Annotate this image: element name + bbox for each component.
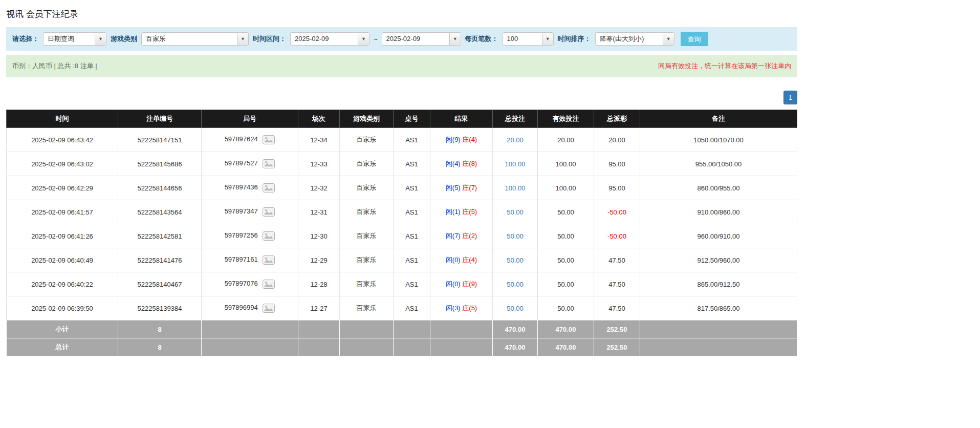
- cell-bet-id: 522258144656: [118, 176, 202, 200]
- cell-note: 912.50/960.00: [640, 248, 797, 272]
- result-banker: 庄(7): [462, 184, 477, 191]
- page-title: 视讯 会员下注纪录: [6, 8, 797, 20]
- round-id-text: 597897256: [225, 231, 258, 239]
- total-label: 总计: [7, 338, 118, 356]
- round-id-text: 597897076: [225, 280, 258, 287]
- result-player: 闲(0): [446, 256, 461, 264]
- cell-round-id: 597897624: [202, 128, 298, 152]
- cell-valid-bet: 100.00: [538, 176, 594, 200]
- round-image-icon[interactable]: [263, 255, 275, 265]
- result-player: 闲(0): [446, 280, 461, 288]
- cell-result: 闲(9) 庄(4): [430, 128, 493, 152]
- chevron-down-icon[interactable]: ▼: [237, 33, 248, 45]
- cell-time: 2025-02-09 06:43:42: [7, 128, 118, 152]
- table-row: 2025-02-09 06:42:29 522258144656 5978974…: [7, 176, 797, 200]
- cell-bet-id: 522258140467: [118, 272, 202, 296]
- cell-note: 860.00/955.00: [640, 176, 797, 200]
- result-banker: 庄(5): [462, 304, 477, 312]
- table-footer: 小计 8 470.00 470.00 252.50 总计 8: [7, 320, 797, 356]
- query-type-combobox[interactable]: 日期查询 ▼: [43, 32, 106, 46]
- cell-time: 2025-02-09 06:40:49: [7, 248, 118, 272]
- chevron-down-icon[interactable]: ▼: [663, 33, 674, 45]
- sort-combobox[interactable]: 降幂(由大到小) ▼: [595, 32, 674, 46]
- cell-session: 12-30: [298, 224, 340, 248]
- result-banker: 庄(8): [462, 160, 477, 167]
- total-row: 总计 8 470.00 470.00 252.50: [7, 338, 797, 356]
- empty-cell: [394, 320, 430, 338]
- total-bet-link[interactable]: 20.00: [507, 136, 524, 144]
- sort-label: 时间排序：: [558, 34, 591, 44]
- cell-session: 12-29: [298, 248, 340, 272]
- cell-session: 12-27: [298, 296, 340, 320]
- cell-game-type: 百家乐: [340, 200, 394, 224]
- header-result: 结果: [430, 110, 493, 128]
- page-size-combobox[interactable]: 100 ▼: [503, 32, 554, 46]
- cell-game-type: 百家乐: [340, 296, 394, 320]
- total-bet-link[interactable]: 50.00: [507, 281, 524, 288]
- total-total-bet: 470.00: [493, 338, 538, 356]
- filter-bar: 请选择： 日期查询 ▼ 游戏类别 百家乐 ▼ 时间区间： 2025-02-09 …: [6, 27, 797, 51]
- chevron-down-icon[interactable]: ▼: [449, 33, 461, 45]
- cell-payout: 95.00: [594, 152, 640, 176]
- cell-bet-id: 522258145686: [118, 152, 202, 176]
- cell-payout: 47.50: [594, 296, 640, 320]
- date-to-picker[interactable]: 2025-02-09 ▼: [382, 32, 461, 46]
- total-valid-bet: 470.00: [538, 338, 594, 356]
- cell-valid-bet: 20.00: [538, 128, 594, 152]
- cell-note: 817.50/865.00: [640, 296, 797, 320]
- cell-total-bet: 20.00: [493, 128, 538, 152]
- query-type-value: 日期查询: [43, 33, 95, 45]
- round-image-icon[interactable]: [263, 280, 275, 289]
- cell-session: 12-32: [298, 176, 340, 200]
- date-to-value: 2025-02-09: [382, 33, 449, 45]
- total-bet-link[interactable]: 100.00: [505, 160, 526, 168]
- empty-cell: [202, 320, 298, 338]
- game-type-label: 游戏类别: [111, 34, 137, 44]
- cell-round-id: 597897161: [202, 248, 298, 272]
- cell-time: 2025-02-09 06:43:02: [7, 152, 118, 176]
- round-image-icon[interactable]: [263, 183, 275, 192]
- round-image-icon[interactable]: [263, 231, 275, 241]
- table-row: 2025-02-09 06:43:42 522258147151 5978976…: [7, 128, 797, 152]
- chevron-down-icon[interactable]: ▼: [95, 33, 106, 45]
- total-bet-link[interactable]: 100.00: [505, 184, 526, 192]
- cell-note: 865.00/912.50: [640, 272, 797, 296]
- game-type-combobox[interactable]: 百家乐 ▼: [141, 32, 249, 46]
- table-row: 2025-02-09 06:41:57 522258143564 5978973…: [7, 200, 797, 224]
- game-type-value: 百家乐: [142, 33, 237, 45]
- cell-session: 12-34: [298, 128, 340, 152]
- result-player: 闲(7): [446, 232, 461, 240]
- cell-payout: 47.50: [594, 248, 640, 272]
- cell-game-type: 百家乐: [340, 152, 394, 176]
- pagination: 1: [6, 91, 797, 104]
- cell-bet-id: 522258147151: [118, 128, 202, 152]
- header-round-id: 局号: [202, 110, 298, 128]
- round-image-icon[interactable]: [263, 135, 275, 144]
- cell-payout: 47.50: [594, 272, 640, 296]
- date-from-picker[interactable]: 2025-02-09 ▼: [290, 32, 369, 46]
- total-bet-link[interactable]: 50.00: [507, 256, 524, 264]
- subtotal-total-bet: 470.00: [493, 320, 538, 338]
- total-bet-link[interactable]: 50.00: [507, 208, 524, 216]
- cell-result: 闲(5) 庄(7): [430, 176, 493, 200]
- subtotal-payout: 252.50: [594, 320, 640, 338]
- cell-payout: 20.00: [594, 128, 640, 152]
- total-bet-link[interactable]: 50.00: [507, 232, 524, 240]
- subtotal-label: 小计: [7, 320, 118, 338]
- chevron-down-icon[interactable]: ▼: [542, 33, 553, 45]
- pagination-page-1[interactable]: 1: [783, 91, 797, 104]
- cell-total-bet: 50.00: [493, 200, 538, 224]
- result-banker: 庄(2): [462, 232, 477, 240]
- search-button[interactable]: 查询: [681, 32, 708, 46]
- round-image-icon[interactable]: [263, 207, 275, 217]
- cell-bet-id: 522258142581: [118, 224, 202, 248]
- round-image-icon[interactable]: [263, 159, 275, 168]
- chevron-down-icon[interactable]: ▼: [358, 33, 369, 45]
- result-player: 闲(1): [446, 208, 461, 216]
- round-id-text: 597897161: [225, 255, 258, 263]
- cell-note: 1050.00/1070.00: [640, 128, 797, 152]
- total-bet-link[interactable]: 50.00: [507, 305, 524, 312]
- total-count: 8: [118, 338, 202, 356]
- header-payout: 总派彩: [594, 110, 640, 128]
- round-image-icon[interactable]: [263, 304, 275, 313]
